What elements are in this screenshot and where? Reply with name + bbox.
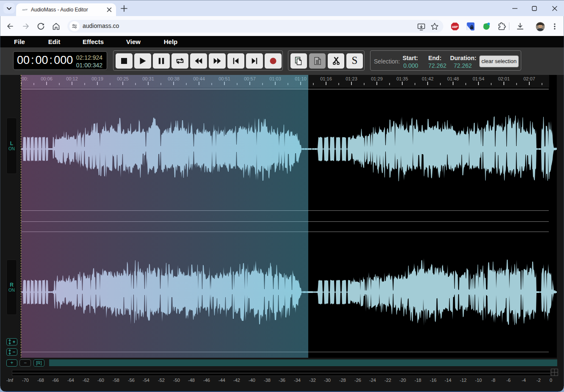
svg-text:01:35: 01:35	[396, 76, 408, 81]
svg-text:ABP: ABP	[452, 25, 459, 28]
svg-text:01:54: 01:54	[473, 76, 484, 81]
svg-text:01:16: 01:16	[320, 76, 332, 81]
svg-text:01:42: 01:42	[422, 76, 434, 81]
svg-text:01:48: 01:48	[447, 76, 459, 81]
svg-text:01:23: 01:23	[346, 76, 357, 81]
svg-text:02:07: 02:07	[523, 76, 535, 81]
svg-text:01:29: 01:29	[371, 76, 383, 81]
svg-text:02:01: 02:01	[498, 76, 510, 81]
